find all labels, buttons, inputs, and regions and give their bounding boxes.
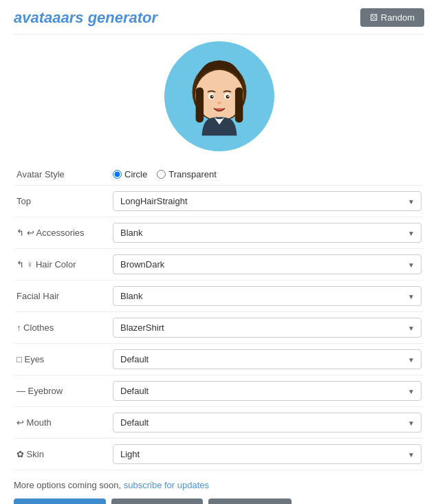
style-transparent-radio[interactable] xyxy=(157,170,166,179)
facial-hair-select-wrapper: Blank BeardLight BeardMagestic BeardMedi… xyxy=(113,286,421,306)
accessories-label: ↰ ↩ Accessories xyxy=(14,217,110,249)
subscribe-link[interactable]: subscribe for updates xyxy=(124,480,209,490)
mouth-label: ↩ Mouth xyxy=(14,407,110,439)
skin-row: ✿ Skin Tanned Yellow Pale Light Brown Da… xyxy=(14,439,424,470)
skin-control: Tanned Yellow Pale Light Brown DarkBrown… xyxy=(110,439,424,470)
mouth-row: ↩ Mouth Concerned Default Disbelief Eati… xyxy=(14,407,424,439)
random-button[interactable]: ⚄ Random xyxy=(360,8,424,27)
svg-rect-4 xyxy=(234,87,242,122)
mouth-select-wrapper: Concerned Default Disbelief Eating Grima… xyxy=(113,413,421,432)
svg-point-10 xyxy=(227,96,228,97)
style-transparent-option[interactable]: Transparent xyxy=(157,169,217,179)
footer-note: More options coming soon, subscribe for … xyxy=(14,480,424,490)
facial-hair-label: Facial Hair xyxy=(14,281,110,312)
svg-rect-3 xyxy=(195,87,203,122)
hair-color-control: Auburn Black Blonde BlondeGolden Brown B… xyxy=(110,249,424,281)
style-circle-radio[interactable] xyxy=(113,170,122,179)
accessories-select-wrapper: Blank Kurt Prescription01 Prescription02… xyxy=(113,223,421,243)
avatar-style-label: Avatar Style xyxy=(14,164,110,186)
avatar-style-radio-group: Circle Transparent xyxy=(113,169,421,179)
svg-point-9 xyxy=(211,96,212,97)
download-png-button[interactable]: ⬇ Download PNG xyxy=(14,498,106,504)
style-circle-option[interactable]: Circle xyxy=(113,169,147,179)
eyebrow-label: — Eyebrow xyxy=(14,375,110,407)
avatar-circle xyxy=(164,41,274,151)
skin-select-wrapper: Tanned Yellow Pale Light Brown DarkBrown… xyxy=(113,444,421,464)
top-select-wrapper: LongHairStraight LongHairBig ShortHairDr… xyxy=(113,191,421,211)
app-title: avataaars generator xyxy=(14,9,157,27)
top-select[interactable]: LongHairStraight LongHairBig ShortHairDr… xyxy=(113,191,421,211)
hair-color-row: ↰ ♀ Hair Color Auburn Black Blonde Blond… xyxy=(14,249,424,281)
avatar-style-row: Avatar Style Circle Transparent xyxy=(14,164,424,186)
mouth-select[interactable]: Concerned Default Disbelief Eating Grima… xyxy=(113,413,421,432)
clothes-row: ↑ Clothes BlazerShirt BlazerSweater Coll… xyxy=(14,312,424,344)
eyes-row: □ Eyes Close Cry Default Dizzy EyeRoll H… xyxy=(14,344,424,375)
clothes-select[interactable]: BlazerShirt BlazerSweater CollarSweater … xyxy=(113,318,421,338)
mouth-control: Concerned Default Disbelief Eating Grima… xyxy=(110,407,424,439)
show-react-button[interactable]: </> Show React xyxy=(208,498,292,504)
skin-label: ✿ Skin xyxy=(14,439,110,470)
accessories-row: ↰ ↩ Accessories Blank Kurt Prescription0… xyxy=(14,217,424,249)
skin-select[interactable]: Tanned Yellow Pale Light Brown DarkBrown… xyxy=(113,444,421,464)
facial-hair-row: Facial Hair Blank BeardLight BeardMagest… xyxy=(14,281,424,312)
eyebrow-select-wrapper: Angry AngryNatural Default DefaultNatura… xyxy=(113,381,421,401)
eyes-select-wrapper: Close Cry Default Dizzy EyeRoll Happy He… xyxy=(113,349,421,369)
clothes-control: BlazerShirt BlazerSweater CollarSweater … xyxy=(110,312,424,344)
eyebrow-select[interactable]: Angry AngryNatural Default DefaultNatura… xyxy=(113,381,421,401)
clothes-select-wrapper: BlazerShirt BlazerSweater CollarSweater … xyxy=(113,318,421,338)
top-row: Top LongHairStraight LongHairBig ShortHa… xyxy=(14,186,424,217)
app-header: avataaars generator ⚄ Random xyxy=(14,8,424,34)
eyes-select[interactable]: Close Cry Default Dizzy EyeRoll Happy He… xyxy=(113,349,421,369)
top-label: Top xyxy=(14,186,110,217)
facial-hair-control: Blank BeardLight BeardMagestic BeardMedi… xyxy=(110,281,424,312)
avatar-style-control: Circle Transparent xyxy=(110,164,424,186)
eyebrow-row: — Eyebrow Angry AngryNatural Default Def… xyxy=(14,375,424,407)
random-icon: ⚄ xyxy=(370,12,377,23)
svg-point-11 xyxy=(217,102,221,105)
avatar-svg xyxy=(175,48,264,144)
options-table: Avatar Style Circle Transparent xyxy=(14,164,424,470)
accessories-select[interactable]: Blank Kurt Prescription01 Prescription02… xyxy=(113,223,421,243)
eyes-control: Close Cry Default Dizzy EyeRoll Happy He… xyxy=(110,344,424,375)
avatar-preview xyxy=(14,41,424,151)
facial-hair-select[interactable]: Blank BeardLight BeardMagestic BeardMedi… xyxy=(113,286,421,306)
accessories-control: Blank Kurt Prescription01 Prescription02… xyxy=(110,217,424,249)
download-buttons: ⬇ Download PNG ⬇ Download SVG </> Show R… xyxy=(14,498,424,504)
hair-color-select-wrapper: Auburn Black Blonde BlondeGolden Brown B… xyxy=(113,254,421,274)
eyebrow-control: Angry AngryNatural Default DefaultNatura… xyxy=(110,375,424,407)
top-control: LongHairStraight LongHairBig ShortHairDr… xyxy=(110,186,424,217)
hair-color-select[interactable]: Auburn Black Blonde BlondeGolden Brown B… xyxy=(113,254,421,274)
hair-color-label: ↰ ♀ Hair Color xyxy=(14,249,110,281)
download-svg-button[interactable]: ⬇ Download SVG xyxy=(111,498,203,504)
clothes-label: ↑ Clothes xyxy=(14,312,110,344)
eyes-label: □ Eyes xyxy=(14,344,110,375)
